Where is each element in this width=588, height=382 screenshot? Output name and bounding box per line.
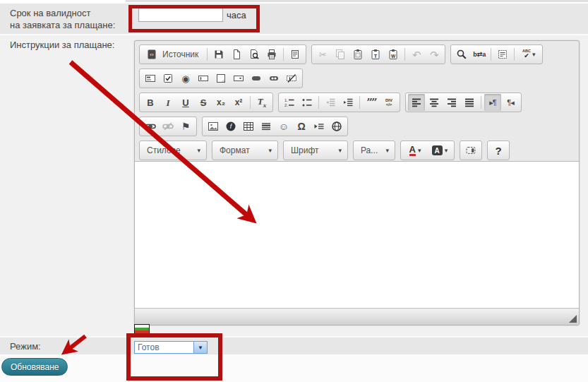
rtl-icon: ¶◂ bbox=[507, 98, 513, 107]
checkbox-button[interactable] bbox=[160, 70, 176, 87]
align-center-button[interactable] bbox=[426, 94, 443, 111]
about-icon: ? bbox=[495, 145, 501, 157]
source-button[interactable]: ‹› Источник bbox=[142, 46, 204, 63]
align-right-button[interactable] bbox=[443, 94, 460, 111]
strikethrough-button[interactable]: S bbox=[195, 94, 212, 111]
copy-button[interactable] bbox=[332, 46, 349, 63]
update-button[interactable]: Обновяване bbox=[1, 358, 68, 376]
font-dropdown[interactable]: Шрифт ▾ bbox=[284, 141, 347, 160]
link-button[interactable] bbox=[142, 118, 159, 135]
insert-image-button[interactable] bbox=[205, 118, 222, 135]
button-field-button[interactable] bbox=[248, 70, 265, 87]
svg-text:2.: 2. bbox=[284, 103, 288, 107]
format-dropdown-group: Формат ▾ bbox=[212, 141, 278, 160]
about-button[interactable]: ? bbox=[490, 142, 507, 159]
insert-table-button[interactable] bbox=[240, 118, 257, 135]
text-field-button[interactable] bbox=[195, 70, 212, 87]
format-dropdown-label: Формат bbox=[218, 145, 251, 155]
text-direction-rtl-button[interactable]: ¶◂ bbox=[502, 94, 519, 111]
remove-format-button[interactable]: Tx bbox=[253, 94, 270, 111]
text-direction-ltr-button[interactable]: ▸¶ bbox=[484, 94, 501, 111]
numbered-list-button[interactable]: 1.2. bbox=[281, 94, 298, 111]
footer-area bbox=[0, 354, 588, 382]
find-button[interactable] bbox=[453, 46, 470, 63]
replace-button[interactable]: b⇄a bbox=[471, 46, 488, 63]
svg-text:W: W bbox=[391, 54, 396, 59]
cut-button[interactable]: ✂ bbox=[314, 46, 331, 63]
page-break-button[interactable] bbox=[311, 118, 328, 135]
templates-button[interactable] bbox=[287, 46, 304, 63]
payment-settings-page: Срок на валидност на заявката за плащане… bbox=[0, 0, 588, 382]
paste-button[interactable] bbox=[349, 46, 366, 63]
toolbar-group-insert: f ☺ Ω bbox=[202, 117, 348, 136]
source-button-label: Источник bbox=[161, 49, 200, 59]
justify-icon bbox=[464, 97, 475, 108]
select-all-button[interactable] bbox=[494, 46, 511, 63]
div-container-button[interactable]: DIV</> bbox=[380, 94, 397, 111]
checkbox-icon bbox=[162, 73, 174, 84]
bold-button[interactable]: B bbox=[142, 94, 159, 111]
increase-indent-button[interactable] bbox=[340, 94, 356, 111]
unlink-icon bbox=[162, 121, 174, 132]
redo-icon: ↷ bbox=[430, 49, 439, 60]
anchor-button[interactable]: ⚑ bbox=[177, 118, 194, 135]
special-character-button[interactable]: Ω bbox=[293, 118, 310, 135]
spell-check-button[interactable]: ABC✔ ▾ bbox=[517, 46, 540, 63]
radio-icon: ◉ bbox=[181, 74, 189, 83]
preview-button[interactable] bbox=[246, 46, 263, 63]
copy-icon bbox=[335, 49, 346, 60]
background-color-button[interactable]: A ▾ bbox=[428, 142, 452, 159]
form-icon bbox=[145, 73, 156, 84]
previous-row-edge-gray bbox=[126, 0, 588, 2]
redo-button[interactable]: ↷ bbox=[426, 46, 443, 63]
size-dropdown[interactable]: Ра... ▾ bbox=[354, 141, 395, 160]
undo-icon: ↶ bbox=[412, 49, 421, 60]
select-field-button[interactable] bbox=[230, 70, 247, 87]
editor-content-area[interactable] bbox=[135, 161, 579, 309]
justify-button[interactable] bbox=[461, 94, 478, 111]
previous-row-edge bbox=[0, 0, 588, 3]
textarea-button[interactable] bbox=[212, 70, 229, 87]
unlink-button[interactable] bbox=[160, 118, 176, 135]
subscript-button[interactable]: x₂ bbox=[212, 94, 229, 111]
text-color-button[interactable]: A ▾ bbox=[403, 142, 427, 159]
editor-resize-handle[interactable] bbox=[569, 315, 577, 323]
globe-icon bbox=[331, 121, 342, 132]
font-dropdown-group: Шрифт ▾ bbox=[283, 141, 348, 160]
new-page-icon bbox=[231, 49, 242, 60]
paste-from-word-button[interactable]: W bbox=[385, 46, 402, 63]
format-dropdown[interactable]: Формат ▾ bbox=[212, 141, 277, 160]
iframe-button[interactable] bbox=[328, 118, 345, 135]
save-button[interactable] bbox=[210, 46, 227, 63]
decrease-indent-button[interactable] bbox=[322, 94, 339, 111]
paste-as-text-button[interactable]: T bbox=[367, 46, 384, 63]
form-button[interactable] bbox=[142, 70, 159, 87]
insert-flash-button[interactable]: f bbox=[222, 118, 239, 135]
chevron-down-icon: ▾ bbox=[532, 52, 536, 58]
print-button[interactable] bbox=[263, 46, 280, 63]
horizontal-rule-button[interactable] bbox=[258, 118, 275, 135]
hidden-field-button[interactable] bbox=[283, 70, 300, 87]
superscript-button[interactable]: x² bbox=[230, 94, 247, 111]
blockquote-icon: ”” bbox=[366, 96, 376, 109]
ltr-icon: ▸¶ bbox=[489, 98, 496, 107]
italic-button[interactable]: I bbox=[160, 94, 176, 111]
hidden-field-icon bbox=[286, 73, 297, 84]
toolbar-group-align: ▸¶ ¶◂ bbox=[405, 92, 522, 112]
new-page-button[interactable] bbox=[228, 46, 245, 63]
align-right-icon bbox=[446, 97, 457, 108]
styles-dropdown[interactable]: Стилове ▾ bbox=[140, 141, 206, 160]
bulleted-list-button[interactable] bbox=[299, 94, 316, 111]
align-left-button[interactable] bbox=[408, 94, 425, 111]
text-field-icon bbox=[198, 73, 209, 84]
styles-dropdown-group: Стилове ▾ bbox=[139, 141, 207, 160]
undo-button[interactable]: ↶ bbox=[408, 46, 425, 63]
maximize-button[interactable] bbox=[462, 142, 479, 159]
radio-button-button[interactable]: ◉ bbox=[177, 70, 194, 87]
maximize-icon bbox=[465, 145, 476, 156]
horizontal-rule-icon bbox=[260, 121, 272, 132]
smiley-button[interactable]: ☺ bbox=[275, 118, 292, 135]
image-button-button[interactable] bbox=[265, 70, 282, 87]
underline-button[interactable]: U bbox=[177, 94, 194, 111]
blockquote-button[interactable]: ”” bbox=[363, 94, 380, 111]
